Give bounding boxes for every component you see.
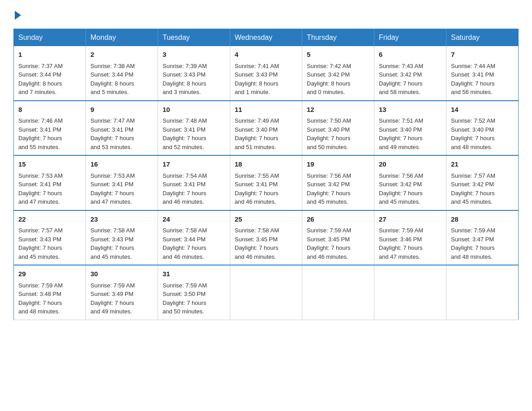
day-info: Sunrise: 7:59 AMSunset: 3:50 PMDaylight:… <box>163 281 225 316</box>
day-number: 5 <box>307 50 369 60</box>
calendar-cell: 31Sunrise: 7:59 AMSunset: 3:50 PMDayligh… <box>158 265 230 320</box>
day-number: 12 <box>307 105 369 115</box>
logo-arrow-icon <box>15 11 21 20</box>
calendar-table: SundayMondayTuesdayWednesdayThursdayFrid… <box>13 29 519 320</box>
day-info: Sunrise: 7:50 AMSunset: 3:40 PMDaylight:… <box>307 116 369 151</box>
header-friday: Friday <box>374 29 446 47</box>
day-info: Sunrise: 7:58 AMSunset: 3:44 PMDaylight:… <box>163 226 225 261</box>
day-info: Sunrise: 7:41 AMSunset: 3:43 PMDaylight:… <box>235 62 297 97</box>
day-info: Sunrise: 7:59 AMSunset: 3:46 PMDaylight:… <box>379 226 442 261</box>
day-info: Sunrise: 7:57 AMSunset: 3:42 PMDaylight:… <box>451 171 514 206</box>
day-number: 16 <box>90 159 153 170</box>
logo <box>13 9 21 20</box>
day-info: Sunrise: 7:46 AMSunset: 3:41 PMDaylight:… <box>18 116 81 151</box>
calendar-cell <box>446 265 519 320</box>
header-sunday: Sunday <box>14 29 86 47</box>
calendar-cell: 26Sunrise: 7:59 AMSunset: 3:45 PMDayligh… <box>302 210 374 265</box>
header-thursday: Thursday <box>302 29 374 47</box>
calendar-cell: 23Sunrise: 7:58 AMSunset: 3:43 PMDayligh… <box>86 210 158 265</box>
day-number: 30 <box>90 269 153 279</box>
day-info: Sunrise: 7:52 AMSunset: 3:40 PMDaylight:… <box>451 116 514 151</box>
day-info: Sunrise: 7:54 AMSunset: 3:41 PMDaylight:… <box>163 171 225 206</box>
calendar-cell: 24Sunrise: 7:58 AMSunset: 3:44 PMDayligh… <box>158 210 230 265</box>
calendar-cell: 8Sunrise: 7:46 AMSunset: 3:41 PMDaylight… <box>14 101 86 156</box>
day-info: Sunrise: 7:43 AMSunset: 3:42 PMDaylight:… <box>379 62 442 97</box>
calendar-cell: 11Sunrise: 7:49 AMSunset: 3:40 PMDayligh… <box>230 101 302 156</box>
day-number: 21 <box>451 159 514 170</box>
day-number: 17 <box>163 159 225 170</box>
day-info: Sunrise: 7:44 AMSunset: 3:41 PMDaylight:… <box>451 62 514 97</box>
day-number: 18 <box>235 159 297 170</box>
calendar-week-4: 22Sunrise: 7:57 AMSunset: 3:43 PMDayligh… <box>14 210 519 265</box>
day-number: 14 <box>451 105 514 115</box>
day-info: Sunrise: 7:53 AMSunset: 3:41 PMDaylight:… <box>90 171 153 206</box>
day-number: 20 <box>379 159 442 170</box>
header-tuesday: Tuesday <box>158 29 230 47</box>
calendar-cell: 22Sunrise: 7:57 AMSunset: 3:43 PMDayligh… <box>14 210 86 265</box>
day-number: 29 <box>18 269 81 279</box>
day-number: 1 <box>18 50 81 60</box>
day-info: Sunrise: 7:38 AMSunset: 3:44 PMDaylight:… <box>90 62 153 97</box>
calendar-cell: 18Sunrise: 7:55 AMSunset: 3:41 PMDayligh… <box>230 155 302 210</box>
calendar-cell: 16Sunrise: 7:53 AMSunset: 3:41 PMDayligh… <box>86 155 158 210</box>
calendar-header-row: SundayMondayTuesdayWednesdayThursdayFrid… <box>14 29 519 47</box>
calendar-cell: 15Sunrise: 7:53 AMSunset: 3:41 PMDayligh… <box>14 155 86 210</box>
day-info: Sunrise: 7:48 AMSunset: 3:41 PMDaylight:… <box>163 116 225 151</box>
calendar-week-2: 8Sunrise: 7:46 AMSunset: 3:41 PMDaylight… <box>14 101 519 156</box>
calendar-week-1: 1Sunrise: 7:37 AMSunset: 3:44 PMDaylight… <box>14 46 519 101</box>
calendar-cell: 28Sunrise: 7:59 AMSunset: 3:47 PMDayligh… <box>446 210 519 265</box>
calendar-cell: 25Sunrise: 7:58 AMSunset: 3:45 PMDayligh… <box>230 210 302 265</box>
day-number: 31 <box>163 269 225 279</box>
calendar-cell: 14Sunrise: 7:52 AMSunset: 3:40 PMDayligh… <box>446 101 519 156</box>
day-number: 15 <box>18 159 81 170</box>
day-number: 4 <box>235 50 297 60</box>
calendar-cell: 3Sunrise: 7:39 AMSunset: 3:43 PMDaylight… <box>158 46 230 101</box>
day-info: Sunrise: 7:51 AMSunset: 3:40 PMDaylight:… <box>379 116 442 151</box>
day-info: Sunrise: 7:39 AMSunset: 3:43 PMDaylight:… <box>163 62 225 97</box>
day-number: 8 <box>18 105 81 115</box>
day-number: 22 <box>18 214 81 225</box>
header-saturday: Saturday <box>446 29 519 47</box>
calendar-cell: 30Sunrise: 7:59 AMSunset: 3:49 PMDayligh… <box>86 265 158 320</box>
calendar-cell: 7Sunrise: 7:44 AMSunset: 3:41 PMDaylight… <box>446 46 519 101</box>
calendar-cell: 17Sunrise: 7:54 AMSunset: 3:41 PMDayligh… <box>158 155 230 210</box>
day-number: 25 <box>235 214 297 225</box>
day-info: Sunrise: 7:59 AMSunset: 3:45 PMDaylight:… <box>307 226 369 261</box>
calendar-cell: 4Sunrise: 7:41 AMSunset: 3:43 PMDaylight… <box>230 46 302 101</box>
day-info: Sunrise: 7:58 AMSunset: 3:45 PMDaylight:… <box>235 226 297 261</box>
day-info: Sunrise: 7:56 AMSunset: 3:42 PMDaylight:… <box>379 171 442 206</box>
day-info: Sunrise: 7:55 AMSunset: 3:41 PMDaylight:… <box>235 171 297 206</box>
day-number: 7 <box>451 50 514 60</box>
calendar-week-5: 29Sunrise: 7:59 AMSunset: 3:48 PMDayligh… <box>14 265 519 320</box>
calendar-cell: 10Sunrise: 7:48 AMSunset: 3:41 PMDayligh… <box>158 101 230 156</box>
calendar-cell: 20Sunrise: 7:56 AMSunset: 3:42 PMDayligh… <box>374 155 446 210</box>
day-info: Sunrise: 7:59 AMSunset: 3:49 PMDaylight:… <box>90 281 153 316</box>
day-info: Sunrise: 7:56 AMSunset: 3:42 PMDaylight:… <box>307 171 369 206</box>
calendar-cell: 2Sunrise: 7:38 AMSunset: 3:44 PMDaylight… <box>86 46 158 101</box>
calendar-cell: 29Sunrise: 7:59 AMSunset: 3:48 PMDayligh… <box>14 265 86 320</box>
day-number: 27 <box>379 214 442 225</box>
calendar-cell: 9Sunrise: 7:47 AMSunset: 3:41 PMDaylight… <box>86 101 158 156</box>
day-info: Sunrise: 7:59 AMSunset: 3:48 PMDaylight:… <box>18 281 81 316</box>
header-wednesday: Wednesday <box>230 29 302 47</box>
calendar-cell: 19Sunrise: 7:56 AMSunset: 3:42 PMDayligh… <box>302 155 374 210</box>
calendar-cell <box>374 265 446 320</box>
day-number: 6 <box>379 50 442 60</box>
calendar-cell <box>230 265 302 320</box>
header-monday: Monday <box>86 29 158 47</box>
day-number: 24 <box>163 214 225 225</box>
calendar-cell: 5Sunrise: 7:42 AMSunset: 3:42 PMDaylight… <box>302 46 374 101</box>
day-number: 11 <box>235 105 297 115</box>
calendar-cell <box>302 265 374 320</box>
calendar-cell: 27Sunrise: 7:59 AMSunset: 3:46 PMDayligh… <box>374 210 446 265</box>
day-info: Sunrise: 7:42 AMSunset: 3:42 PMDaylight:… <box>307 62 369 97</box>
day-info: Sunrise: 7:58 AMSunset: 3:43 PMDaylight:… <box>90 226 153 261</box>
calendar-cell: 1Sunrise: 7:37 AMSunset: 3:44 PMDaylight… <box>14 46 86 101</box>
day-info: Sunrise: 7:57 AMSunset: 3:43 PMDaylight:… <box>18 226 81 261</box>
day-number: 9 <box>90 105 153 115</box>
day-number: 23 <box>90 214 153 225</box>
day-number: 26 <box>307 214 369 225</box>
day-number: 28 <box>451 214 514 225</box>
day-number: 2 <box>90 50 153 60</box>
calendar-cell: 12Sunrise: 7:50 AMSunset: 3:40 PMDayligh… <box>302 101 374 156</box>
